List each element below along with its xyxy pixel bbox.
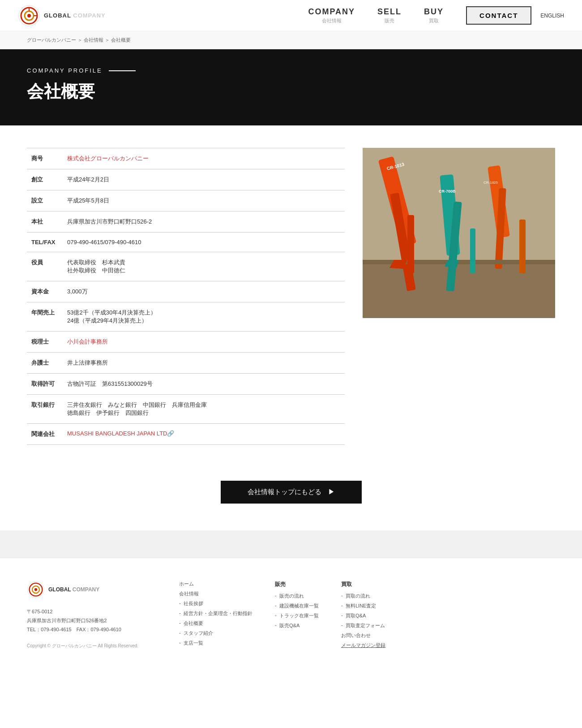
table-row: 本社兵庫県加古川市野口町野口526-2 (27, 211, 345, 233)
footer-heading-buy: 買取 (341, 581, 385, 588)
row-label: 関連会社 (27, 424, 63, 445)
footer-li-profile[interactable]: 会社概要 (179, 620, 252, 627)
site-header: GLOBAL COMPANY COMPANY 会社情報 SELL 販売 BUY … (0, 0, 582, 31)
hero-title: 会社概要 (27, 80, 555, 103)
nav-sell[interactable]: SELL 販売 (377, 7, 402, 24)
row-value: 平成24年2月2日 (63, 169, 345, 190)
footer-logo: GLOBAL COMPANY (27, 581, 152, 599)
footer-link-home[interactable]: ホーム (179, 581, 252, 587)
row-value: 古物許可証 第631551300029号 (63, 374, 345, 395)
row-value: 平成25年5月8日 (63, 190, 345, 211)
row-value: 53億2千（平成30年4月決算売上） 24億（平成29年4月決算売上） (63, 302, 345, 332)
lang-button[interactable]: ENGLISH (540, 13, 564, 19)
footer-li-truck-stock[interactable]: トラック在庫一覧 (275, 612, 319, 619)
row-label: 商号 (27, 148, 63, 169)
profile-table: 商号株式会社グローバルカンパニー創立平成24年2月2日設立平成25年5月8日本社… (27, 148, 345, 445)
footer-link-magazine[interactable]: メールマガジン登録 (341, 642, 385, 649)
row-value: 三井住友銀行 みなと銀行 中国銀行 兵庫信用金庫 徳島銀行 伊予銀行 四国銀行 (63, 395, 345, 424)
footer-sell-list: 販売の流れ 建設機械在庫一覧 トラック在庫一覧 販売Q&A (275, 593, 319, 629)
crane-svg: CR-1013 CR-700B CR-1825 (363, 148, 555, 318)
svg-rect-19 (470, 228, 475, 273)
row-value: 株式会社グローバルカンパニー (63, 148, 345, 169)
footer-link-contact[interactable]: お問い合わせ (341, 632, 385, 639)
row-label: 本社 (27, 211, 63, 233)
footer-heading-sell: 販売 (275, 581, 319, 588)
row-label: 年間売上 (27, 302, 63, 332)
footer-copyright: Copyright © グローバルカンパニー All Rights Reserv… (27, 643, 152, 649)
footer-li-president[interactable]: 社長挨拶 (179, 600, 252, 607)
row-label: 設立 (27, 190, 63, 211)
footer-li-staff[interactable]: スタッフ紹介 (179, 630, 252, 637)
back-button[interactable]: 会社情報トップにもどる ▶ (221, 481, 362, 504)
footer-col-buy: 買取 買取の流れ 無料LINE査定 買取Q&A 買取査定フォーム お問い合わせ … (341, 581, 385, 652)
row-label: 役員 (27, 252, 63, 281)
footer-li-line-estimate[interactable]: 無料LINE査定 (341, 603, 385, 609)
footer-link-company[interactable]: 会社情報 (179, 590, 252, 597)
table-row: TEL/FAX079-490-4615/079-490-4610 (27, 233, 345, 252)
footer-logo-icon (27, 581, 45, 599)
row-value: 3,000万 (63, 281, 345, 302)
table-row: 関連会社MUSASHI BANGLADESH JAPAN LTD🔗 (27, 424, 345, 445)
footer-li-buy-flow[interactable]: 買取の流れ (341, 593, 385, 599)
row-label: 資本金 (27, 281, 63, 302)
footer-li-sell-qa[interactable]: 販売Q&A (275, 622, 319, 629)
contact-button[interactable]: CONTACT (466, 6, 531, 25)
footer-li-sell-flow[interactable]: 販売の流れ (275, 593, 319, 599)
site-footer: GLOBAL COMPANY 〒675-0012 兵庫県加古川市野口町野口526… (0, 557, 582, 665)
table-row: 資本金3,000万 (27, 281, 345, 302)
footer-nav-cols: ホーム 会社情報 社長挨拶 経営方針・企業理念・行動指針 会社概要 スタッフ紹介… (179, 581, 555, 652)
company-profile-table: 商号株式会社グローバルカンパニー創立平成24年2月2日設立平成25年5月8日本社… (27, 148, 345, 445)
nav-buy[interactable]: BUY 買取 (424, 7, 444, 24)
logo-icon (18, 4, 40, 27)
row-label: 弁護士 (27, 353, 63, 374)
row-value: 小川会計事務所 (63, 332, 345, 353)
logo-text: GLOBAL COMPANY (44, 12, 106, 19)
spacer (0, 530, 582, 557)
svg-text:CR-1825: CR-1825 (484, 181, 498, 185)
svg-rect-17 (363, 260, 555, 264)
footer-li-policy[interactable]: 経営方針・企業理念・行動指針 (179, 610, 252, 617)
footer-inner: GLOBAL COMPANY 〒675-0012 兵庫県加古川市野口町野口526… (27, 581, 555, 652)
svg-rect-7 (363, 264, 555, 318)
table-row: 税理士小川会計事務所 (27, 332, 345, 353)
footer-li-buy-qa[interactable]: 買取Q&A (341, 612, 385, 619)
main-nav: COMPANY 会社情報 SELL 販売 BUY 買取 (308, 7, 444, 24)
table-row: 弁護士井上法律事務所 (27, 353, 345, 374)
footer-logo-text: GLOBAL COMPANY (48, 586, 99, 593)
table-row: 創立平成24年2月2日 (27, 169, 345, 190)
svg-text:CR-700B: CR-700B (439, 189, 456, 194)
row-value: 079-490-4615/079-490-4610 (63, 233, 345, 252)
row-label: 取引銀行 (27, 395, 63, 424)
back-button-area: 会社情報トップにもどる ▶ (0, 467, 582, 530)
footer-col-sell: 販売 販売の流れ 建設機械在庫一覧 トラック在庫一覧 販売Q&A (275, 581, 319, 652)
main-content: 商号株式会社グローバルカンパニー創立平成24年2月2日設立平成25年5月8日本社… (0, 125, 582, 467)
table-row: 年間売上53億2千（平成30年4月決算売上） 24億（平成29年4月決算売上） (27, 302, 345, 332)
footer-li-buy-form[interactable]: 買取査定フォーム (341, 622, 385, 629)
nav-company[interactable]: COMPANY 会社情報 (308, 7, 355, 24)
svg-point-3 (27, 14, 31, 17)
table-row: 取得許可古物許可証 第631551300029号 (27, 374, 345, 395)
table-row: 商号株式会社グローバルカンパニー (27, 148, 345, 169)
hero-section: COMPANY PROFILE 会社概要 (0, 49, 582, 125)
footer-address: 〒675-0012 兵庫県加古川市野口町野口526番地2 TEL：079-490… (27, 607, 152, 634)
table-row: 取引銀行三井住友銀行 みなと銀行 中国銀行 兵庫信用金庫 徳島銀行 伊予銀行 四… (27, 395, 345, 424)
footer-company-list: 社長挨拶 経営方針・企業理念・行動指針 会社概要 スタッフ紹介 支店一覧 (179, 600, 252, 646)
footer-li-branches[interactable]: 支店一覧 (179, 640, 252, 646)
row-label: 創立 (27, 169, 63, 190)
footer-li-construction-stock[interactable]: 建設機械在庫一覧 (275, 603, 319, 609)
logo-area[interactable]: GLOBAL COMPANY (18, 4, 106, 27)
table-row: 役員代表取締役 杉本武貴 社外取締役 中田徳仁 (27, 252, 345, 281)
footer-col-company: ホーム 会社情報 社長挨拶 経営方針・企業理念・行動指針 会社概要 スタッフ紹介… (179, 581, 252, 652)
breadcrumb: グローバルカンパニー ＞ 会社情報 ＞ 会社概要 (0, 31, 582, 49)
row-label: TEL/FAX (27, 233, 63, 252)
table-row: 設立平成25年5月8日 (27, 190, 345, 211)
svg-rect-18 (407, 215, 414, 273)
row-label: 取得許可 (27, 374, 63, 395)
row-value: 井上法律事務所 (63, 353, 345, 374)
crane-image-area: CR-1013 CR-700B CR-1825 (363, 148, 555, 445)
hero-label: COMPANY PROFILE (27, 67, 555, 74)
crane-image: CR-1013 CR-700B CR-1825 (363, 148, 555, 318)
row-value: MUSASHI BANGLADESH JAPAN LTD🔗 (63, 424, 345, 445)
svg-rect-20 (519, 220, 526, 273)
row-value: 兵庫県加古川市野口町野口526-2 (63, 211, 345, 233)
